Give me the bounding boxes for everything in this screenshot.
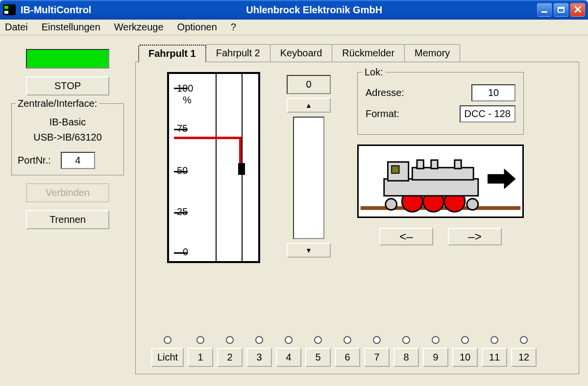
device-name: IB-Basic: [18, 117, 118, 128]
format-value: DCC - 128: [460, 105, 515, 122]
fn-8-button[interactable]: 8: [393, 348, 419, 367]
lok-legend: Lok:: [363, 67, 385, 78]
svg-point-5: [467, 199, 478, 210]
svg-rect-12: [455, 160, 461, 169]
down-icon: ▼: [305, 246, 312, 254]
menu-datei[interactable]: Datei: [5, 22, 28, 33]
fn-radio-4[interactable]: [285, 336, 293, 344]
titlebar: IB-MultiControl Uhlenbrock Elektronik Gm…: [0, 0, 588, 20]
gauge-pct: %: [183, 95, 192, 106]
app-title: IB-MultiControl: [21, 4, 91, 16]
fn-12-button[interactable]: 12: [511, 348, 537, 367]
format-label: Format:: [366, 108, 399, 120]
fn-4-button[interactable]: 4: [276, 348, 301, 367]
tab-fahrpult2[interactable]: Fahrpult 2: [206, 44, 270, 62]
fn-radio-1[interactable]: [196, 336, 204, 344]
fn-5-button[interactable]: 5: [305, 348, 331, 367]
tab-area: Fahrpult 1 Fahrpult 2 Keyboard Rückmelde…: [135, 44, 579, 374]
menubar: Datei Einstellungen Werkzeuge Optionen ?: [0, 20, 588, 35]
fn-3-button[interactable]: 3: [246, 348, 272, 367]
svg-rect-8: [392, 166, 399, 173]
fn-10-button[interactable]: 10: [452, 348, 478, 367]
fn-radio-8[interactable]: [402, 336, 410, 344]
connection-name: USB->IB/63120: [18, 132, 118, 143]
left-panel: STOP Zentrale/Interface: IB-Basic USB->I…: [9, 44, 126, 374]
spinner-up-button[interactable]: ▲: [287, 98, 331, 113]
fn-9-button[interactable]: 9: [423, 348, 448, 367]
fn-radio-12[interactable]: [520, 336, 528, 344]
address-label: Adresse:: [366, 87, 404, 98]
minimize-button[interactable]: [537, 3, 552, 17]
tab-row: Fahrpult 1 Fahrpult 2 Keyboard Rückmelde…: [135, 44, 579, 62]
fn-radio-3[interactable]: [255, 336, 263, 344]
company-name: Uhlenbrock Elektronik GmbH: [91, 4, 537, 16]
function-row: Licht 1 2 3 4 5 6 7 8 9 10 11 12: [147, 336, 569, 367]
gauge-handle[interactable]: [238, 163, 245, 175]
fn-licht-button[interactable]: Licht: [151, 348, 184, 367]
tab-rueckmelder[interactable]: Rückmelder: [332, 44, 405, 62]
locomotive-image: [357, 145, 524, 218]
direction-left-button[interactable]: <–: [379, 228, 433, 245]
spinner-track[interactable]: [293, 117, 324, 239]
tab-keyboard[interactable]: Keyboard: [270, 44, 333, 62]
svg-rect-9: [412, 168, 473, 180]
fn-radio-2[interactable]: [226, 336, 234, 344]
interface-legend: Zentrale/Interface:: [16, 98, 99, 109]
tab-memory[interactable]: Memory: [404, 44, 460, 62]
fn-11-button[interactable]: 11: [482, 348, 507, 367]
svg-rect-11: [431, 160, 438, 169]
interface-group: Zentrale/Interface: IB-Basic USB->IB/631…: [11, 103, 124, 175]
lok-group: Lok: Adresse: 10 Format: DCC - 128: [357, 72, 524, 135]
port-label: PortNr.:: [18, 155, 51, 166]
svg-point-4: [386, 199, 397, 210]
fn-7-button[interactable]: 7: [364, 348, 390, 367]
spinner-value[interactable]: 0: [287, 75, 331, 94]
menu-help[interactable]: ?: [231, 22, 236, 33]
maximize-button[interactable]: [554, 3, 568, 17]
svg-marker-13: [488, 169, 516, 189]
svg-rect-10: [417, 160, 423, 169]
tab-body: 100 % 75 50 25 0 0: [135, 62, 579, 374]
tab-fahrpult1[interactable]: Fahrpult 1: [138, 45, 206, 62]
disconnect-button[interactable]: Trennen: [26, 210, 109, 229]
menu-einstellungen[interactable]: Einstellungen: [42, 22, 100, 33]
stop-button[interactable]: STOP: [26, 76, 109, 96]
fn-1-button[interactable]: 1: [188, 348, 213, 367]
spinner-down-button[interactable]: ▼: [287, 243, 331, 258]
direction-right-button[interactable]: –>: [448, 228, 502, 245]
fn-2-button[interactable]: 2: [217, 348, 243, 367]
fn-radio-5[interactable]: [314, 336, 322, 344]
connect-button: Verbinden: [26, 183, 109, 202]
app-icon: [3, 4, 16, 15]
menu-optionen[interactable]: Optionen: [177, 22, 217, 33]
menu-werkzeuge[interactable]: Werkzeuge: [114, 22, 164, 33]
fn-radio-7[interactable]: [373, 336, 381, 344]
fn-6-button[interactable]: 6: [335, 348, 360, 367]
address-input[interactable]: 10: [471, 84, 515, 101]
fn-radio-6[interactable]: [343, 336, 351, 344]
fn-radio-licht[interactable]: [164, 336, 172, 344]
up-icon: ▲: [305, 101, 312, 109]
speed-spinner: 0 ▲ ▼: [287, 72, 331, 331]
port-input[interactable]: 4: [61, 152, 95, 169]
fn-radio-11[interactable]: [490, 336, 498, 344]
status-indicator: [26, 49, 109, 69]
speed-gauge[interactable]: 100 % 75 50 25 0: [167, 72, 260, 263]
gauge-needle: [174, 137, 240, 139]
fn-radio-9[interactable]: [432, 336, 440, 344]
fn-radio-10[interactable]: [461, 336, 469, 344]
close-button[interactable]: ✕: [570, 3, 585, 17]
